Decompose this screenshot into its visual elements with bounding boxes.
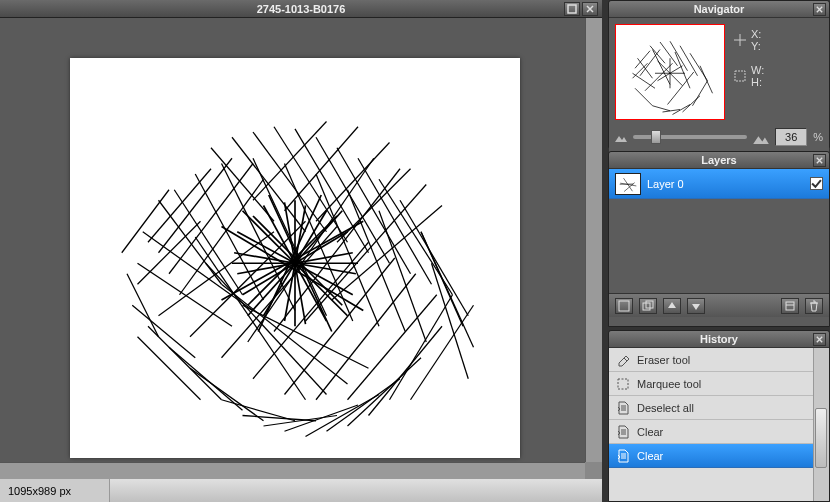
svg-line-23	[369, 326, 443, 415]
artwork	[85, 68, 505, 448]
nav-h-label: H:	[751, 76, 764, 88]
history-scrollbar[interactable]	[813, 348, 829, 501]
svg-line-17	[358, 158, 432, 284]
eraser-icon	[615, 352, 631, 368]
layer-thumbnail[interactable]	[615, 173, 641, 195]
position-icon	[733, 33, 747, 47]
svg-line-87	[635, 88, 653, 106]
svg-line-96	[673, 105, 691, 115]
history-close-button[interactable]	[813, 333, 826, 346]
layer-visibility-checkbox[interactable]	[810, 177, 823, 190]
svg-line-5	[138, 221, 201, 284]
svg-line-24	[348, 358, 422, 426]
zoom-input[interactable]: 36	[775, 128, 807, 146]
svg-line-9	[190, 368, 264, 421]
canvas-viewport[interactable]	[0, 18, 585, 462]
svg-line-46	[285, 258, 395, 395]
zoom-out-icon	[615, 132, 627, 142]
svg-line-90	[670, 41, 688, 71]
svg-rect-117	[786, 302, 794, 310]
horizontal-scrollbar[interactable]	[0, 462, 585, 479]
page-icon	[615, 448, 631, 464]
svg-line-100	[653, 50, 671, 85]
layer-toolbar	[609, 293, 829, 317]
svg-line-6	[132, 305, 195, 358]
svg-line-98	[653, 106, 671, 111]
svg-line-57	[337, 169, 411, 243]
svg-rect-114	[619, 301, 629, 311]
svg-line-49	[127, 274, 159, 337]
window-maximize-button[interactable]	[564, 2, 580, 16]
panel-dock: Navigator	[605, 0, 830, 502]
zoom-pct: %	[813, 131, 823, 143]
history-panel: History Eraser toolMarquee toolDeselect …	[608, 330, 830, 502]
document-titlebar[interactable]: 2745-1013-B0176	[0, 0, 602, 18]
layer-list: Layer 0	[609, 169, 829, 293]
duplicate-layer-button[interactable]	[639, 298, 657, 314]
svg-line-50	[122, 190, 169, 253]
svg-line-60	[206, 263, 327, 394]
navigator-panel: Navigator	[608, 0, 830, 148]
history-scrollbar-thumb[interactable]	[815, 408, 827, 468]
layer-row[interactable]: Layer 0	[609, 169, 829, 199]
svg-line-25	[327, 379, 401, 432]
layer-name[interactable]: Layer 0	[647, 178, 684, 190]
layers-panel: Layers Layer 0	[608, 151, 830, 327]
nav-w-label: W:	[751, 64, 764, 76]
svg-line-26	[306, 395, 380, 437]
svg-line-103	[645, 63, 673, 91]
svg-line-94	[693, 81, 708, 106]
layers-title[interactable]: Layers	[609, 152, 829, 169]
svg-line-101	[675, 52, 690, 88]
history-title[interactable]: History	[609, 331, 829, 348]
zoom-slider[interactable]	[633, 135, 747, 139]
new-layer-button[interactable]	[615, 298, 633, 314]
svg-line-99	[638, 58, 653, 78]
document-window: 2745-1013-B0176	[0, 0, 602, 502]
svg-line-7	[148, 326, 222, 400]
svg-line-95	[683, 96, 701, 112]
navigator-title[interactable]: Navigator	[609, 1, 829, 18]
history-item-label: Clear	[637, 450, 663, 462]
history-item[interactable]: Marquee tool	[609, 372, 829, 396]
svg-line-93	[700, 66, 713, 94]
svg-line-89	[660, 42, 678, 66]
navigator-thumbnail[interactable]	[615, 24, 725, 120]
navigator-close-button[interactable]	[813, 3, 826, 16]
svg-line-80	[222, 227, 364, 311]
zoom-in-icon	[753, 131, 769, 144]
document-title: 2745-1013-B0176	[0, 3, 602, 15]
svg-line-54	[253, 122, 327, 201]
svg-line-14	[295, 129, 369, 253]
history-item-label: Marquee tool	[637, 378, 701, 390]
vertical-scrollbar[interactable]	[585, 18, 602, 462]
svg-line-10	[211, 148, 274, 222]
layer-up-button[interactable]	[663, 298, 681, 314]
svg-line-102	[633, 73, 656, 88]
status-dimensions: 1095x989 px	[0, 479, 110, 502]
zoom-slider-thumb[interactable]	[651, 130, 661, 144]
history-item[interactable]: Eraser tool	[609, 348, 829, 372]
history-item-label: Eraser tool	[637, 354, 690, 366]
canvas[interactable]	[70, 58, 520, 458]
svg-rect-0	[568, 5, 576, 13]
history-item[interactable]: Clear	[609, 420, 829, 444]
history-list: Eraser toolMarquee toolDeselect allClear…	[609, 348, 829, 501]
size-icon	[733, 69, 747, 83]
page-icon	[615, 400, 631, 416]
svg-rect-109	[735, 71, 745, 81]
layer-down-button[interactable]	[687, 298, 705, 314]
svg-line-86	[633, 63, 648, 78]
delete-layer-button[interactable]	[805, 298, 823, 314]
history-item-label: Clear	[637, 426, 663, 438]
svg-rect-119	[618, 379, 628, 389]
history-item[interactable]: Clear	[609, 444, 829, 468]
nav-y-label: Y:	[751, 40, 761, 52]
layers-close-button[interactable]	[813, 154, 826, 167]
nav-x-label: X:	[751, 28, 761, 40]
status-bar: 1095x989 px	[0, 479, 602, 502]
window-close-button[interactable]	[582, 2, 598, 16]
layer-settings-button[interactable]	[781, 298, 799, 314]
history-item[interactable]: Deselect all	[609, 396, 829, 420]
svg-line-88	[650, 46, 665, 64]
